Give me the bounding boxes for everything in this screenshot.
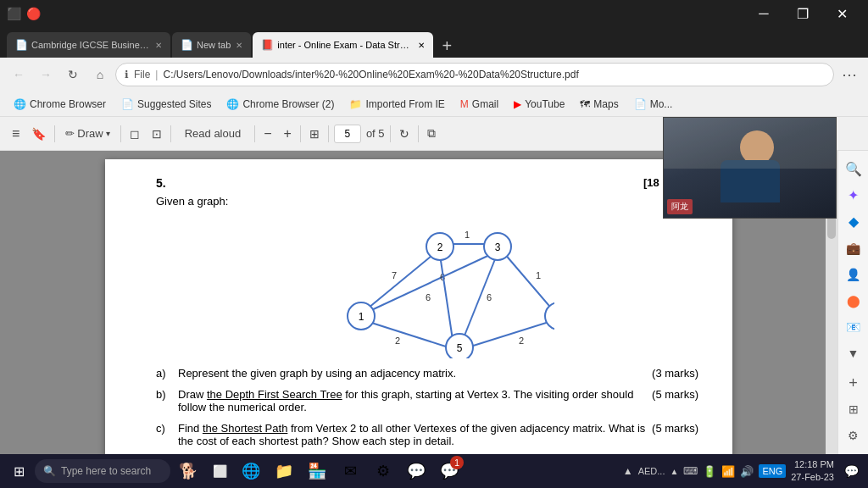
question-number: 5. bbox=[156, 176, 166, 190]
tab-2[interactable]: 📄 New tab ✕ bbox=[172, 32, 251, 58]
bookmark-maps[interactable]: 🗺 Maps bbox=[573, 94, 625, 114]
tab-3-icon: 📕 bbox=[261, 39, 274, 51]
taskbar-edge-icon[interactable]: 🌐 bbox=[236, 456, 266, 486]
toolbar-divider-8 bbox=[418, 125, 419, 142]
shape-button[interactable]: ⊡ bbox=[148, 124, 165, 144]
tab-1[interactable]: 📄 Cambridge IGCSE Business Studi... ✕ bbox=[7, 32, 170, 58]
minimize-button[interactable]: ─ bbox=[744, 0, 783, 27]
youtube-icon: ▶ bbox=[514, 98, 521, 110]
chevron-up-icon[interactable]: ▲ bbox=[670, 467, 678, 476]
language-indicator[interactable]: ENG bbox=[759, 464, 786, 478]
svg-text:1: 1 bbox=[536, 270, 541, 280]
bookmark-more[interactable]: 📄 Mo... bbox=[627, 94, 680, 114]
close-button[interactable]: ✕ bbox=[822, 0, 861, 27]
right-icon-sidebar: 🔍 ✦ ◆ 💼 👤 ⬤ 📧 ▼ + ⊞ ⚙ bbox=[837, 151, 868, 454]
tab-3-close[interactable]: ✕ bbox=[418, 41, 425, 50]
copy-button[interactable]: ⧉ bbox=[424, 123, 439, 144]
zoom-in-button[interactable]: + bbox=[281, 123, 295, 145]
svg-text:2: 2 bbox=[437, 241, 443, 253]
svg-line-6 bbox=[368, 252, 495, 312]
svg-line-8 bbox=[364, 320, 448, 347]
wifi-icon[interactable]: 📶 bbox=[721, 465, 735, 478]
forward-button[interactable]: → bbox=[34, 63, 58, 86]
bookmark-chrome2-label: Chrome Browser (2) bbox=[242, 98, 334, 110]
title-bar-controls: ─ ❐ ✕ bbox=[744, 0, 861, 27]
search-bar-placeholder: Type here to search bbox=[61, 465, 151, 477]
outline-button[interactable]: ≡ bbox=[8, 123, 23, 145]
taskbar-view-button[interactable]: ⬜ bbox=[206, 458, 233, 485]
refresh-button[interactable]: ↻ bbox=[61, 63, 85, 86]
clock-time: 12:18 PM bbox=[791, 458, 834, 471]
pdf-page: 5. [18 marks] Given a graph: 7 1 bbox=[105, 159, 732, 454]
read-aloud-button[interactable]: Read aloud bbox=[176, 124, 250, 143]
bookmark-chrome-browser[interactable]: 🌐 Chrome Browser bbox=[7, 94, 113, 114]
taskbar-settings-icon[interactable]: ⚙ bbox=[368, 456, 398, 486]
search-bar[interactable]: 🔍 Type here to search bbox=[35, 459, 170, 483]
notification-button[interactable]: 💬 bbox=[839, 459, 863, 483]
new-tab-button[interactable]: + bbox=[435, 34, 459, 58]
toolbar-divider-3 bbox=[170, 125, 171, 142]
sidebar-search-icon[interactable]: 🔍 bbox=[842, 158, 865, 180]
sidebar-grid-icon[interactable]: ⊞ bbox=[842, 398, 865, 421]
bookmark-suggested-sites[interactable]: 📄 Suggested Sites bbox=[114, 94, 218, 114]
zoom-out-button[interactable]: − bbox=[260, 123, 275, 145]
back-button[interactable]: ← bbox=[7, 63, 31, 86]
bookmark-imported-from-ie[interactable]: 📁 Imported From IE bbox=[342, 94, 451, 114]
svg-text:2: 2 bbox=[519, 336, 524, 346]
network-icon[interactable]: ▲ bbox=[623, 465, 633, 477]
clock-date: 27-Feb-23 bbox=[791, 471, 834, 484]
start-button[interactable]: ⊞ bbox=[5, 458, 32, 485]
draw-dropdown-button[interactable]: ✏ Draw ▾ bbox=[60, 124, 114, 143]
keyboard-icon[interactable]: ⌨ bbox=[683, 465, 698, 477]
sub-q-a-text: Represent the given graph by using an ad… bbox=[178, 367, 647, 380]
sidebar-diamond-icon[interactable]: ◆ bbox=[842, 210, 865, 233]
aed-indicator[interactable]: AED... bbox=[638, 466, 665, 476]
tab-2-icon: 📄 bbox=[181, 39, 193, 51]
sidebar-gear-icon[interactable]: ⚙ bbox=[842, 424, 865, 447]
taskbar-badge: 1 bbox=[450, 456, 464, 469]
volume-icon[interactable]: 🔊 bbox=[740, 465, 754, 478]
rotate-button[interactable]: ↻ bbox=[396, 124, 413, 144]
page-total-label: of 5 bbox=[366, 127, 385, 140]
toolbar-divider-4 bbox=[254, 125, 255, 142]
address-box[interactable]: ℹ File | C:/Users/Lenovo/Downloads/inter… bbox=[115, 63, 834, 86]
svg-text:5: 5 bbox=[457, 342, 463, 354]
home-button[interactable]: ⌂ bbox=[88, 63, 112, 86]
draw-label: Draw bbox=[77, 127, 103, 140]
taskbar-dog-icon[interactable]: 🐕 bbox=[173, 456, 203, 486]
page-number-input[interactable] bbox=[334, 125, 361, 143]
bookmark-chrome-browser-2[interactable]: 🌐 Chrome Browser (2) bbox=[220, 94, 341, 114]
sidebar-circle-icon[interactable]: ⬤ bbox=[842, 289, 865, 312]
sidebar-star-icon[interactable]: ✦ bbox=[842, 184, 865, 207]
bookmark-gmail[interactable]: M Gmail bbox=[453, 94, 505, 114]
taskbar-whatsapp-icon[interactable]: 💬 bbox=[401, 456, 431, 486]
sidebar-briefcase-icon[interactable]: 💼 bbox=[842, 236, 865, 259]
erase-button[interactable]: ◻ bbox=[126, 124, 143, 144]
chrome-icon: 🌐 bbox=[14, 98, 26, 110]
svg-line-14 bbox=[468, 320, 554, 347]
taskbar-store-icon[interactable]: 🏪 bbox=[302, 456, 332, 486]
taskbar-mail-icon[interactable]: ✉ bbox=[335, 456, 365, 486]
taskbar-explorer-icon[interactable]: 📁 bbox=[269, 456, 299, 486]
sidebar-person-icon[interactable]: 👤 bbox=[842, 263, 865, 286]
battery-icon[interactable]: 🔋 bbox=[703, 465, 716, 478]
toolbar-divider-5 bbox=[300, 125, 301, 142]
sub-q-c-label: c) bbox=[156, 422, 173, 447]
tab-3-active[interactable]: 📕 inter - Online Exam - Data Struct... ✕ bbox=[253, 32, 433, 58]
sub-question-b: b) Draw the Depth First Search Tree for … bbox=[156, 388, 698, 413]
restore-button[interactable]: ❐ bbox=[783, 0, 822, 27]
more-options-button[interactable]: ⋯ bbox=[837, 63, 861, 86]
svg-text:6: 6 bbox=[426, 292, 431, 302]
sidebar-arrow-down-icon[interactable]: ▼ bbox=[842, 342, 865, 365]
sidebar-plus-icon[interactable]: + bbox=[842, 372, 865, 395]
sidebar-outlook-icon[interactable]: 📧 bbox=[842, 316, 865, 339]
bookmark-ie-label: Imported From IE bbox=[365, 98, 444, 110]
bookmark-pdf-button[interactable]: 🔖 bbox=[28, 124, 49, 144]
toolbar-divider-2 bbox=[120, 125, 121, 142]
fit-page-button[interactable]: ⊞ bbox=[306, 124, 323, 144]
tab-2-close[interactable]: ✕ bbox=[236, 41, 242, 50]
svg-text:6: 6 bbox=[487, 292, 492, 302]
bookmark-youtube[interactable]: ▶ YouTube bbox=[507, 94, 571, 114]
tab-1-close[interactable]: ✕ bbox=[155, 41, 162, 50]
svg-text:1: 1 bbox=[465, 230, 470, 240]
